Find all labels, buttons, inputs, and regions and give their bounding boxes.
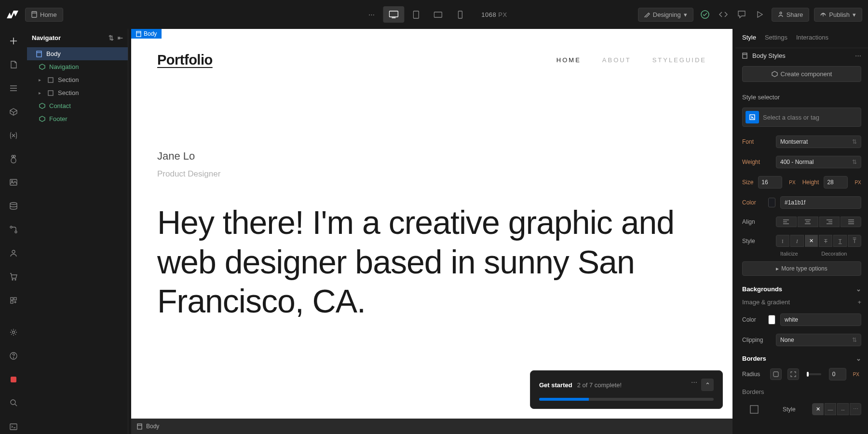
comment-icon[interactable] [735,8,748,21]
align-left-icon[interactable] [776,217,797,227]
users-icon[interactable] [6,245,21,260]
navigator-icon[interactable] [6,81,21,96]
share-button[interactable]: Share [772,8,810,22]
size-input[interactable] [758,176,782,189]
border-none-icon[interactable]: ✕ [812,403,824,415]
size-label: Size [742,179,753,186]
body-selection-tag[interactable]: Body [131,29,162,39]
svg-point-15 [12,279,13,280]
tree-item-footer[interactable]: Footer [27,112,128,125]
align-right-icon[interactable] [819,217,840,227]
webflow-logo[interactable] [6,10,19,19]
border-dashed-icon[interactable]: -- [837,403,849,415]
search-icon[interactable] [6,395,21,410]
border-dotted-icon[interactable]: ⋯ [850,403,861,415]
breakpoint-size: 1068PX [481,11,507,18]
style-italic-icon[interactable]: I [790,235,804,247]
tab-interactions[interactable]: Interactions [796,34,828,41]
decoration-strike-icon[interactable]: T [819,235,832,247]
chevron-right-icon[interactable]: ▸ [39,77,43,82]
publish-button[interactable]: Publish ▾ [814,8,862,22]
decoration-underline-icon[interactable]: T [833,235,847,247]
audit-icon[interactable] [6,419,21,434]
logic-icon[interactable] [6,222,21,237]
apps-icon[interactable] [6,293,21,308]
tab-settings[interactable]: Settings [765,34,787,41]
radius-individual-icon[interactable] [787,368,799,380]
style-selector-input[interactable]: Select a class or tag [742,108,861,127]
border-sides-icon[interactable] [749,404,760,415]
color-swatch[interactable] [768,198,775,207]
tree-item-section[interactable]: ▸ Section [27,73,128,86]
ecommerce-icon[interactable] [6,269,21,284]
variables-icon[interactable] [6,128,21,143]
height-input[interactable] [824,176,848,189]
settings-icon[interactable] [6,325,21,340]
more-icon[interactable]: ⋯ [691,379,697,391]
check-icon[interactable] [698,8,712,21]
cms-icon[interactable] [6,199,21,214]
more-icon[interactable]: ⋯ [855,52,861,59]
home-button[interactable]: Home [25,8,63,22]
canvas[interactable]: Body Portfolio HOME ABOUT STYLEGUIDE Jan… [131,29,732,419]
code-icon[interactable] [717,8,730,21]
svg-rect-0 [32,12,37,17]
add-icon[interactable]: + [857,298,861,306]
breakpoint-mobile-icon[interactable] [449,6,471,23]
create-component-button[interactable]: Create component [742,66,861,82]
hero-heading[interactable]: Hey there! I'm a creative graphic and we… [157,203,706,321]
tree-item-body[interactable]: Body [27,47,128,60]
pages-icon[interactable] [6,57,21,72]
tab-style[interactable]: Style [742,34,756,41]
more-type-options-button[interactable]: ▸More type options [742,261,861,276]
site-logo[interactable]: Portfolio [157,52,213,68]
svg-rect-18 [14,298,16,300]
clipping-select[interactable]: None⇅ [776,334,861,346]
help-icon[interactable] [6,349,21,364]
chevron-up-icon[interactable]: ⌃ [701,379,714,391]
collapse-icon[interactable]: ⌄ [856,285,861,293]
hero-name[interactable]: Jane Lo [157,150,706,163]
nav-styleguide[interactable]: STYLEGUIDE [652,56,706,64]
breakpoint-tablet-landscape-icon[interactable] [427,6,448,23]
align-justify-icon[interactable] [841,217,861,227]
decoration-overline-icon[interactable]: T [848,235,861,247]
breakpoint-more-icon[interactable]: ⋯ [361,6,382,23]
bg-color-swatch[interactable] [768,315,775,325]
style-normal-icon[interactable]: I [776,235,789,247]
progress-subtitle: 2 of 7 complete! [577,381,622,389]
chevron-right-icon[interactable]: ▸ [39,90,43,95]
hero-role[interactable]: Product Designer [157,169,706,179]
collapse-icon[interactable]: ⌄ [856,355,861,362]
style-icon[interactable] [6,151,21,166]
radius-uniform-icon[interactable] [770,368,782,380]
breakpoint-tablet-icon[interactable] [405,6,426,23]
font-select[interactable]: Montserrat⇅ [776,136,861,148]
breadcrumb[interactable]: Body [131,419,732,434]
radius-input[interactable] [829,368,846,380]
assets-icon[interactable] [6,175,21,190]
border-solid-icon[interactable]: — [825,403,836,415]
align-center-icon[interactable] [798,217,818,227]
components-icon[interactable] [6,104,21,119]
svg-rect-24 [10,424,17,430]
designing-mode-button[interactable]: Designing ▾ [638,8,693,22]
preview-icon[interactable] [753,8,767,21]
color-input[interactable] [780,196,861,209]
tree-item-contact[interactable]: Contact [27,99,128,112]
svg-rect-26 [48,78,53,82]
nav-about[interactable]: ABOUT [602,56,631,64]
nav-home[interactable]: HOME [556,56,581,64]
breakpoint-desktop-icon[interactable] [383,6,404,23]
style-label: Style [742,238,771,244]
collapse-panel-icon[interactable]: ⇤ [118,34,123,41]
tree-item-navigation[interactable]: Navigation [27,60,128,73]
video-icon[interactable] [6,372,21,387]
tree-item-section[interactable]: ▸ Section [27,86,128,99]
expand-collapse-icon[interactable]: ⇅ [108,34,114,41]
weight-select[interactable]: 400 - Normal⇅ [776,156,861,168]
bg-color-input[interactable] [780,313,861,326]
decoration-none-icon[interactable]: ✕ [805,235,818,247]
radius-slider[interactable] [807,373,821,375]
add-element-icon[interactable] [6,34,21,49]
